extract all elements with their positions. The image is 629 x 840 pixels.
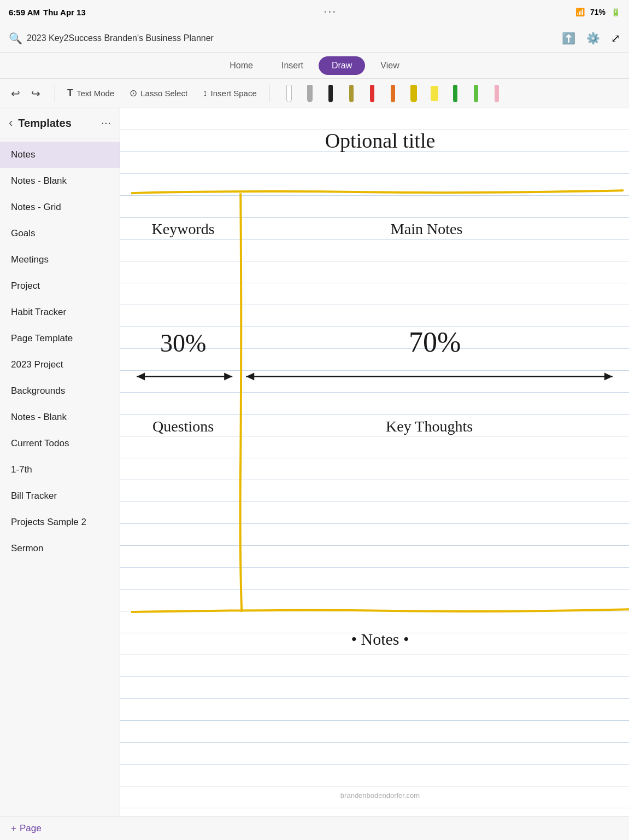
yellow-pen-tool[interactable] bbox=[404, 83, 424, 104]
main-layout: ‹ Templates ··· Notes Notes - Blank Note… bbox=[0, 108, 629, 816]
arrowhead-left-30 bbox=[137, 373, 145, 381]
bottom-bar: + Page bbox=[0, 816, 629, 840]
sidebar-item-notes-grid[interactable]: Notes - Grid bbox=[0, 194, 120, 220]
main-notes-text: Main Notes bbox=[391, 220, 463, 237]
plus-icon: + bbox=[11, 823, 16, 834]
pink-pen-tool[interactable] bbox=[487, 83, 507, 104]
insert-space-button[interactable]: ↕ Insert Space bbox=[196, 85, 263, 102]
sidebar-list: Notes Notes - Blank Notes - Grid Goals M… bbox=[0, 138, 120, 816]
orange-pen-tool[interactable] bbox=[383, 83, 403, 104]
notes-bottom-text: • Notes • bbox=[351, 630, 409, 648]
nav-icons-group: ⬆️ ⚙️ ⤢ bbox=[562, 32, 620, 45]
sidebar-more-button[interactable]: ··· bbox=[101, 116, 111, 130]
sidebar-item-notes-blank[interactable]: Notes - Blank bbox=[0, 168, 120, 194]
nav-title-group: 🔍 2023 Key2Success Branden's Business Pl… bbox=[9, 32, 214, 45]
pen-tools-group bbox=[279, 83, 507, 104]
sidebar-item-2023-project[interactable]: 2023 Project bbox=[0, 352, 120, 378]
tab-draw[interactable]: Draw bbox=[319, 56, 365, 75]
vertical-yellow-line bbox=[240, 193, 242, 612]
undo-redo-group: ↩ ↪ bbox=[7, 85, 45, 102]
percent-30-text: 30% bbox=[160, 329, 206, 357]
pencil-tool[interactable] bbox=[342, 83, 361, 104]
divider-1 bbox=[55, 85, 55, 102]
toolbar: ↩ ↪ T Text Mode ⊙ Lasso Select ↕ Insert … bbox=[0, 79, 629, 108]
expand-icon[interactable]: ⤢ bbox=[611, 32, 620, 45]
battery-icon: 🔋 bbox=[611, 8, 620, 16]
status-bar: 6:59 AM Thu Apr 13 ··· 📶 71% 🔋 bbox=[0, 0, 629, 24]
green-pen-tool[interactable] bbox=[445, 83, 465, 104]
tab-view[interactable]: View bbox=[367, 56, 412, 75]
sidebar-item-current-todos[interactable]: Current Todos bbox=[0, 430, 120, 457]
battery-level: 71% bbox=[590, 8, 606, 16]
sidebar-item-1-7th[interactable]: 1-7th bbox=[0, 457, 120, 483]
share-icon[interactable]: ⬆️ bbox=[562, 32, 575, 45]
insert-space-icon: ↕ bbox=[203, 88, 208, 99]
sidebar-item-sermon[interactable]: Sermon bbox=[0, 535, 120, 562]
questions-text: Questions bbox=[152, 418, 214, 435]
sidebar-item-habit-tracker[interactable]: Habit Tracker bbox=[0, 299, 120, 325]
tab-bar: Home Insert Draw View bbox=[0, 52, 629, 79]
status-right: 📶 71% 🔋 bbox=[575, 8, 620, 16]
redo-button[interactable]: ↪ bbox=[27, 85, 45, 102]
sidebar-item-bill-tracker[interactable]: Bill Tracker bbox=[0, 483, 120, 509]
status-dots: ··· bbox=[324, 7, 337, 18]
sidebar: ‹ Templates ··· Notes Notes - Blank Note… bbox=[0, 108, 120, 816]
status-day: Thu Apr 13 bbox=[43, 8, 86, 17]
note-svg-drawing: Optional title Keywords Main Notes 30% 7… bbox=[120, 108, 629, 816]
divider-2 bbox=[269, 85, 269, 102]
settings-icon[interactable]: ⚙️ bbox=[586, 32, 600, 45]
canvas-area[interactable]: Optional title Keywords Main Notes 30% 7… bbox=[120, 108, 629, 816]
undo-button[interactable]: ↩ bbox=[7, 85, 25, 102]
sidebar-header: ‹ Templates ··· bbox=[0, 108, 120, 138]
sidebar-title: Templates bbox=[18, 117, 71, 130]
gray-pen-tool[interactable] bbox=[300, 83, 320, 104]
sidebar-item-notes[interactable]: Notes bbox=[0, 142, 120, 168]
light-green-pen-tool[interactable] bbox=[466, 83, 486, 104]
sidebar-header-left: ‹ Templates bbox=[9, 116, 72, 130]
sidebar-item-backgrounds[interactable]: Backgrounds bbox=[0, 378, 120, 404]
dark-pen-tool[interactable] bbox=[321, 83, 340, 104]
sidebar-item-goals[interactable]: Goals bbox=[0, 220, 120, 247]
top-yellow-line bbox=[131, 190, 624, 193]
footer-text: brandenbodendorfer.com bbox=[340, 791, 420, 800]
sidebar-item-project[interactable]: Project bbox=[0, 273, 120, 299]
text-mode-label: Text Mode bbox=[77, 89, 114, 98]
sidebar-item-projects-sample-2[interactable]: Projects Sample 2 bbox=[0, 509, 120, 535]
lasso-select-label: Lasso Select bbox=[140, 89, 187, 98]
nav-title: 2023 Key2Success Branden's Business Plan… bbox=[27, 33, 214, 43]
sidebar-item-notes-blank-2[interactable]: Notes - Blank bbox=[0, 404, 120, 430]
percent-70-text: 70% bbox=[409, 326, 461, 358]
text-mode-icon: T bbox=[67, 88, 73, 99]
text-mode-button[interactable]: T Text Mode bbox=[61, 84, 121, 102]
sidebar-item-meetings[interactable]: Meetings bbox=[0, 247, 120, 273]
add-page-label: Page bbox=[20, 823, 42, 834]
lasso-select-button[interactable]: ⊙ Lasso Select bbox=[123, 84, 194, 102]
sidebar-back-button[interactable]: ‹ bbox=[9, 116, 13, 130]
sidebar-item-page-template[interactable]: Page Template bbox=[0, 325, 120, 352]
arrowhead-right-70 bbox=[604, 373, 613, 381]
yellow-highlight-tool[interactable] bbox=[425, 83, 444, 104]
arrowhead-left-70 bbox=[246, 373, 254, 381]
search-icon[interactable]: 🔍 bbox=[9, 32, 22, 45]
red-pen-tool[interactable] bbox=[362, 83, 382, 104]
tab-insert[interactable]: Insert bbox=[268, 56, 316, 75]
tab-home[interactable]: Home bbox=[216, 56, 266, 75]
add-page-button[interactable]: + Page bbox=[11, 823, 42, 834]
insert-space-label: Insert Space bbox=[211, 89, 257, 98]
arrowhead-right-30 bbox=[224, 373, 232, 381]
bottom-yellow-line bbox=[131, 609, 629, 612]
white-pen-tool[interactable] bbox=[279, 83, 299, 104]
status-time: 6:59 AM bbox=[9, 8, 40, 17]
keywords-text: Keywords bbox=[152, 220, 215, 237]
lasso-icon: ⊙ bbox=[130, 88, 137, 99]
status-time-group: 6:59 AM Thu Apr 13 bbox=[9, 8, 86, 17]
key-thoughts-text: Key Thoughts bbox=[386, 418, 473, 435]
wifi-icon: 📶 bbox=[575, 8, 585, 16]
nav-bar: 🔍 2023 Key2Success Branden's Business Pl… bbox=[0, 24, 629, 52]
title-text: Optional title bbox=[325, 129, 436, 152]
